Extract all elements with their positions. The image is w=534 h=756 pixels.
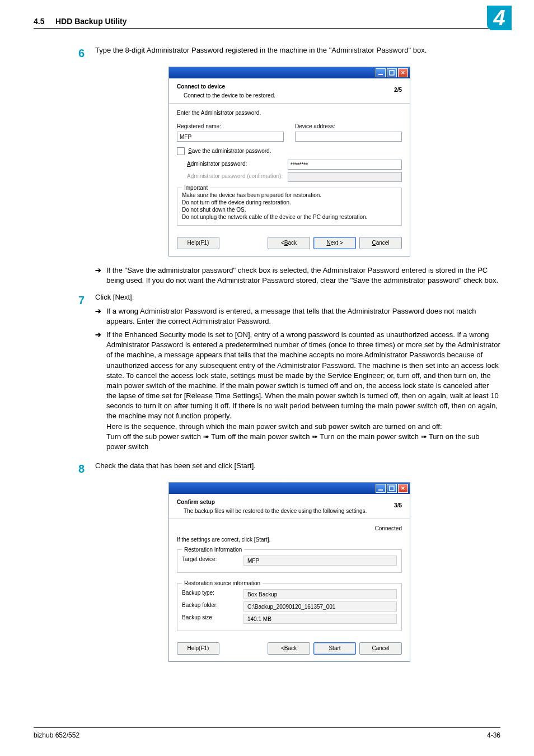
step-number: 8 [78,461,95,477]
dialog-subtitle: The backup files will be restored to the… [184,507,402,515]
help-button[interactable]: Help(F1) [177,642,219,655]
important-group: Important Make sure the device has been … [177,188,402,226]
svg-rect-0 [378,74,383,75]
bullet-text: If a wrong Administrator Password is ent… [106,306,500,326]
maximize-icon[interactable] [387,68,397,77]
step-number: 7 [78,292,95,455]
important-line: Do not shut down the OS. [182,206,397,213]
backup-type-label: Backup type: [182,589,243,599]
connected-label: Connected [177,525,402,533]
svg-rect-3 [390,486,394,491]
step-text: Type the 8-digit Administrator Password … [95,45,500,61]
footer-model: bizhub 652/552 [34,731,79,739]
minimize-icon[interactable] [376,484,386,493]
start-button[interactable]: Start [313,642,356,655]
bullet-text: If the Enhanced Security mode is set to … [106,330,500,452]
admin-password-confirm-input [288,172,402,182]
maximize-icon[interactable] [387,484,397,493]
svg-rect-2 [378,489,383,491]
restoration-source-group: Restoration source information Backup ty… [177,583,402,631]
instruction-label: Enter the Administrator password. [177,109,402,117]
group-legend: Restoration source information [182,580,263,587]
save-password-checkbox[interactable] [177,147,185,155]
close-icon[interactable]: ✕ [398,68,408,77]
step-6: 6 Type the 8-digit Administrator Passwor… [78,45,500,61]
backup-type-value: Box Backup [243,589,397,599]
back-button[interactable]: < Back [268,642,310,655]
dialog-titlebar: ✕ [169,67,410,78]
registered-name-input[interactable] [177,132,284,142]
dialog-titlebar: ✕ [169,483,410,494]
target-device-value: MFP [243,556,397,566]
dialog-subtitle: Connect to the device to be restored. [184,92,402,100]
next-button[interactable]: Next > [313,237,356,249]
chapter-badge: 4 [487,6,512,30]
important-legend: Important [182,184,210,192]
svg-rect-1 [390,71,394,75]
minimize-icon[interactable] [376,68,386,77]
cancel-button[interactable]: Cancel [359,237,402,249]
back-button[interactable]: < Back [268,237,310,249]
registered-name-label: Registered name: [177,123,284,130]
backup-folder-label: Backup folder: [182,601,243,612]
device-address-input[interactable] [295,132,402,142]
save-password-label: SSave the administrator password.ave the… [188,147,271,155]
important-line: Do not turn off the device during restor… [182,199,397,206]
admin-password-input[interactable] [288,160,402,170]
section-title: HDD Backup Utility [55,17,127,26]
dialog-confirm-setup: ✕ Confirm setup The backup files will be… [168,482,410,662]
step-8: 8 Check the data that has been set and c… [78,461,500,477]
dialog-pager: 2/5 [394,86,402,94]
step-text: Click [Next]. [95,292,500,302]
step-text: Check the data that has been set and cli… [95,461,500,477]
close-icon[interactable]: ✕ [398,484,408,493]
important-line: Do not unplug the network cable of the d… [182,213,397,221]
footer-page: 4-36 [487,731,500,739]
step-number: 6 [78,45,95,61]
section-number: 4.5 [34,17,44,26]
bullet-row: ➔ If a wrong Administrator Password is e… [95,306,500,326]
target-device-label: Target device: [182,556,243,566]
group-legend: Restoration information [182,546,244,554]
backup-size-label: Backup size: [182,614,243,624]
arrow-icon: ➔ [95,265,106,286]
cancel-button[interactable]: Cancel [359,642,402,655]
instruction-label: If the settings are correct, click [Star… [177,536,402,544]
restoration-info-group: Restoration information Target device: M… [177,549,402,573]
dialog-title: Connect to device [177,83,402,91]
backup-folder-value: C:\Backup_20090120_161357_001 [243,601,397,612]
bullet-row: ➔ If the Enhanced Security mode is set t… [95,330,500,452]
backup-size-value: 140.1 MB [243,614,397,624]
device-address-label: Device address: [295,123,402,130]
step-7: 7 Click [Next]. ➔ If a wrong Administrat… [78,292,500,455]
admin-password-confirm-label: Administrator password (confirmation): [187,172,288,180]
admin-password-label: Administrator password: [187,160,288,168]
dialog-pager: 3/5 [394,502,402,510]
arrow-icon: ➔ [95,330,106,452]
note-row: ➔ If the "Save the administrator passwor… [95,265,500,286]
arrow-icon: ➔ [95,306,106,326]
dialog-title: Confirm setup [177,498,402,506]
note-text: If the "Save the administrator password"… [106,265,500,286]
help-button[interactable]: Help(F1) [177,237,219,249]
important-line: Make sure the device has been prepared f… [182,192,397,199]
dialog-connect-to-device: ✕ Connect to device Connect to the devic… [168,67,410,256]
